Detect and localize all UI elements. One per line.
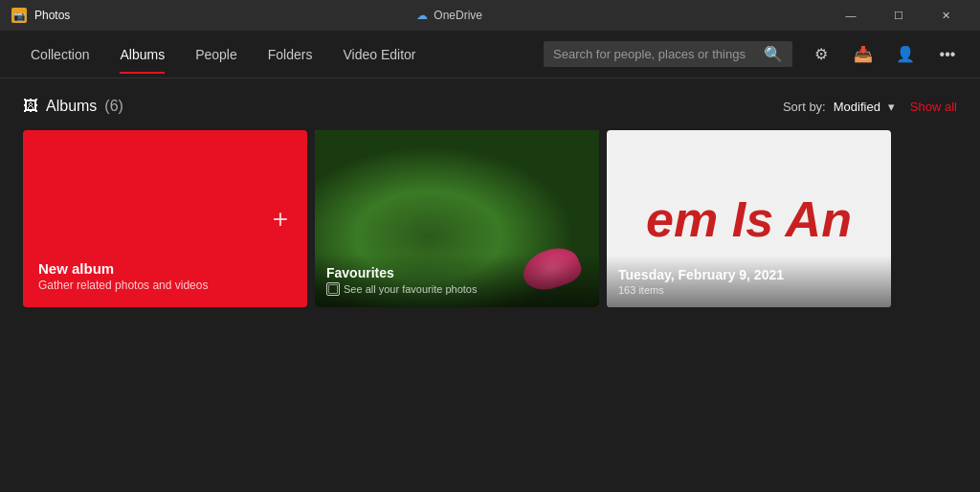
favourites-icon xyxy=(326,282,340,296)
title-bar: 📷 Photos ☁ OneDrive — ☐ ✕ xyxy=(0,0,980,31)
minimize-button[interactable]: — xyxy=(829,0,873,31)
new-album-card[interactable]: + New album Gather related photos and vi… xyxy=(23,130,307,307)
section-header: 🖼 Albums (6) Sort by: Modified ▾ Show al… xyxy=(23,98,957,115)
title-bar-center: ☁ OneDrive xyxy=(416,9,482,22)
app-icon: 📷 xyxy=(11,8,27,23)
maximize-button[interactable]: ☐ xyxy=(877,0,921,31)
plus-icon: + xyxy=(273,204,288,235)
nav-people[interactable]: People xyxy=(180,35,253,74)
nav-collection[interactable]: Collection xyxy=(15,35,104,74)
date-album-info: Tuesday, February 9, 2021 163 items xyxy=(607,256,891,307)
section-title-text: Albums xyxy=(46,98,97,115)
more-button[interactable]: ••• xyxy=(930,37,965,72)
date-album-title: Tuesday, February 9, 2021 xyxy=(618,267,880,282)
sort-value: Modified xyxy=(834,100,880,114)
sort-controls: Sort by: Modified ▾ Show all xyxy=(783,100,957,114)
album-icon: 🖼 xyxy=(23,98,38,115)
app-name: Photos xyxy=(34,9,70,22)
sort-chevron-icon[interactable]: ▾ xyxy=(888,100,895,114)
close-button[interactable]: ✕ xyxy=(924,0,969,31)
favourites-title: Favourites xyxy=(326,265,588,280)
search-bar[interactable]: 🔍 xyxy=(544,41,792,67)
favourites-info: Favourites See all your favourite photos xyxy=(315,254,599,307)
new-album-title: New album xyxy=(38,260,292,277)
title-bar-left: 📷 Photos xyxy=(11,8,70,23)
nav-bar: Collection Albums People Folders Video E… xyxy=(0,31,980,78)
main-content: 🖼 Albums (6) Sort by: Modified ▾ Show al… xyxy=(0,78,980,326)
onedrive-icon: ☁ xyxy=(416,9,428,22)
profile-button[interactable]: 👤 xyxy=(888,37,923,72)
search-icon: 🔍 xyxy=(764,45,783,63)
album-count: (6) xyxy=(104,98,123,115)
onedrive-label: OneDrive xyxy=(434,9,482,22)
import-button[interactable]: 📥 xyxy=(846,37,880,72)
nav-items: Collection Albums People Folders Video E… xyxy=(15,35,544,74)
favourites-card[interactable]: Favourites See all your favourite photos xyxy=(315,130,599,307)
section-title: 🖼 Albums (6) xyxy=(23,98,123,115)
date-album-card[interactable]: em Is An Tuesday, February 9, 2021 163 i… xyxy=(607,130,891,307)
nav-albums[interactable]: Albums xyxy=(104,35,180,74)
album-grid: + New album Gather related photos and vi… xyxy=(23,130,957,307)
favourites-subtitle: See all your favourite photos xyxy=(326,282,588,296)
title-bar-right: — ☐ ✕ xyxy=(829,0,969,31)
new-album-subtitle: Gather related photos and videos xyxy=(38,279,292,292)
nav-folders[interactable]: Folders xyxy=(253,35,328,74)
search-input[interactable] xyxy=(553,47,756,61)
show-all-link[interactable]: Show all xyxy=(910,100,957,114)
date-album-subtitle: 163 items xyxy=(618,284,880,296)
filter-button[interactable]: ⚙ xyxy=(804,37,838,72)
sort-label: Sort by: xyxy=(783,100,826,114)
text-photo-content: em Is An xyxy=(638,194,859,244)
nav-video-editor[interactable]: Video Editor xyxy=(327,35,431,74)
nav-right: ⚙ 📥 👤 ••• xyxy=(804,37,965,72)
